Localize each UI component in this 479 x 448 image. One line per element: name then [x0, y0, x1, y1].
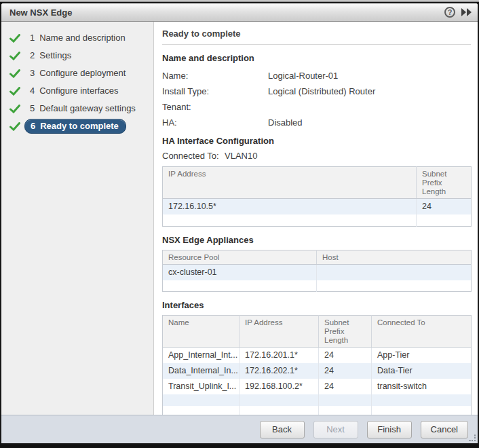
table-row[interactable] [163, 280, 472, 292]
resize-grip[interactable] [469, 434, 476, 442]
table-cell: Data-Tier [372, 363, 472, 379]
sidebar-step-5[interactable]: 5Default gateway settings [1, 100, 153, 117]
sidebar-step-1[interactable]: 1Name and description [1, 29, 153, 47]
checkmark-icon [9, 34, 20, 43]
sidebar-step-3[interactable]: 3Configure deployment [1, 64, 153, 82]
checkmark-icon [9, 69, 20, 78]
table-row[interactable]: App_Internal_Int...172.16.201.1*24App-Ti… [163, 348, 472, 364]
column-header[interactable]: Resource Pool [163, 250, 317, 264]
table-row[interactable] [163, 406, 472, 415]
checkmark-icon [9, 52, 20, 60]
table-cell: transit-switch [372, 379, 472, 394]
table-cell [163, 406, 240, 415]
column-header[interactable]: Subnet Prefix Length [417, 167, 472, 199]
fast-forward-icon[interactable] [460, 7, 472, 17]
next-button: Next [313, 421, 358, 438]
table-cell: Transit_Uplink_I... [163, 379, 240, 394]
column-header[interactable]: Name [163, 316, 240, 348]
table-cell: 24 [417, 199, 472, 215]
table-cell: cx-cluster-01 [163, 264, 317, 280]
dialog-titlebar[interactable]: New NSX Edge ? [1, 3, 478, 22]
table-cell: 192.168.100.2* [240, 379, 319, 394]
table-cell [372, 394, 472, 406]
checkmark-icon [9, 87, 20, 96]
table-cell [317, 264, 472, 280]
checkmark-icon [9, 105, 20, 113]
table-row[interactable] [163, 214, 472, 226]
table-cell [317, 280, 472, 292]
kv-row-tenant: Tenant: [162, 99, 471, 115]
kv-row-ha: HA: Disabled [162, 115, 471, 130]
column-header[interactable]: Host [317, 250, 472, 264]
table-cell: 172.16.201.1* [240, 348, 319, 364]
finish-button[interactable]: Finish [367, 421, 412, 438]
kv-row-install-type: Install Type: Logical (Distributed) Rout… [162, 83, 471, 99]
table-cell [163, 214, 417, 226]
table-cell [163, 280, 317, 292]
section-name-and-description: Name and description [162, 53, 471, 63]
table-cell: App_Internal_Int... [163, 348, 240, 364]
table-row[interactable]: cx-cluster-01 [163, 264, 472, 280]
sidebar-step-6-current[interactable]: 6Ready to complete [1, 117, 153, 135]
cancel-button[interactable]: Cancel [421, 421, 468, 438]
interfaces-table: NameIP AddressSubnet Prefix LengthConnec… [162, 315, 472, 415]
appliances-table: Resource PoolHostcx-cluster-01 [162, 250, 472, 293]
column-header[interactable]: IP Address [163, 167, 417, 199]
new-nsx-edge-dialog: New NSX Edge ? 1Name and description 2Se… [0, 2, 479, 445]
section-interfaces: Interfaces [162, 300, 471, 310]
kv-row-name: Name: Logical-Router-01 [162, 68, 471, 83]
table-cell [372, 406, 472, 415]
table-cell [319, 406, 372, 415]
dialog-footer: Back Next Finish Cancel [1, 415, 478, 443]
table-row[interactable]: Transit_Uplink_I...192.168.100.2*24trans… [163, 379, 472, 394]
wizard-steps-sidebar: 1Name and description 2Settings 3Configu… [1, 22, 154, 415]
table-cell: 24 [319, 379, 372, 394]
table-cell [240, 394, 319, 406]
column-header[interactable]: IP Address [240, 316, 319, 348]
column-header[interactable]: Connected To [372, 316, 472, 348]
ha-interface-table: IP AddressSubnet Prefix Length172.16.10.… [162, 166, 472, 227]
table-cell: 24 [319, 348, 372, 364]
table-cell: Data_Internal_In... [163, 363, 240, 379]
table-cell: App-Tier [372, 348, 472, 364]
table-cell [163, 394, 240, 406]
sidebar-step-4[interactable]: 4Configure interfaces [1, 82, 153, 100]
connected-to-row: Connected To: VLAN10 [162, 149, 471, 162]
table-cell [319, 394, 372, 406]
summary-panel: Ready to complete Name and description N… [154, 22, 478, 415]
dialog-title: New NSX Edge [9, 7, 444, 18]
table-cell: 172.16.10.5* [163, 199, 417, 215]
sidebar-step-2[interactable]: 2Settings [1, 47, 153, 64]
table-row[interactable]: 172.16.10.5*24 [163, 199, 472, 215]
table-cell [417, 214, 472, 226]
table-cell: 24 [319, 363, 372, 379]
table-cell: 172.16.202.1* [240, 363, 319, 379]
section-nsx-edge-appliances: NSX Edge Appliances [162, 235, 471, 245]
page-title: Ready to complete [162, 29, 471, 45]
table-row[interactable]: Data_Internal_In...172.16.202.1*24Data-T… [163, 363, 472, 379]
table-row[interactable] [163, 394, 472, 406]
back-button[interactable]: Back [260, 421, 305, 438]
section-ha-interface-configuration: HA Interface Configuration [162, 136, 471, 146]
column-header[interactable]: Subnet Prefix Length [319, 316, 372, 348]
table-cell [240, 406, 319, 415]
checkmark-icon [9, 122, 20, 131]
help-icon[interactable]: ? [444, 7, 455, 18]
